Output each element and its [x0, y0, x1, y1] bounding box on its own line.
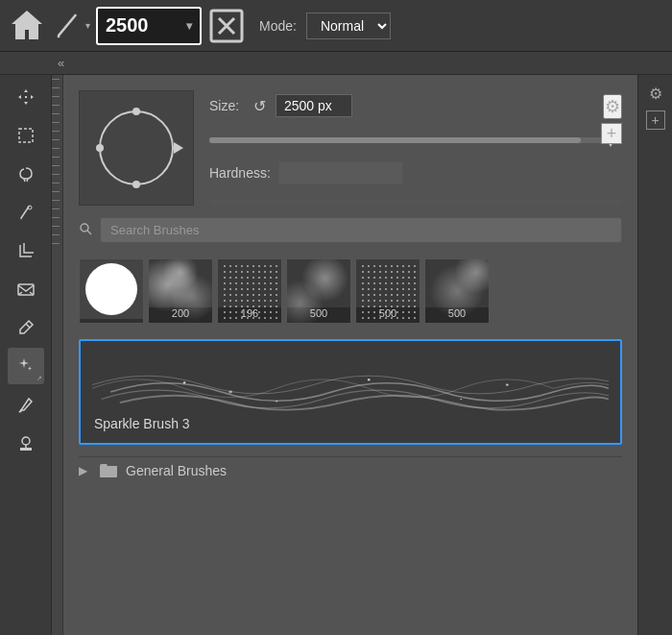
- hardness-input[interactable]: [278, 161, 403, 184]
- svg-point-14: [460, 399, 462, 400]
- dot-right-arrow: [174, 142, 183, 154]
- stamp-icon: [16, 433, 36, 452]
- home-button[interactable]: [8, 7, 46, 45]
- general-brushes-row[interactable]: ▶ General Brushes: [79, 456, 622, 484]
- brush-thumb-196[interactable]: 196: [217, 258, 282, 324]
- brush-thumb-500a[interactable]: 500: [286, 258, 351, 324]
- envelope-button[interactable]: [8, 271, 44, 307]
- rect-select-button[interactable]: [8, 117, 44, 154]
- size-slider-fill: [209, 137, 581, 143]
- stamp-button[interactable]: [8, 425, 44, 461]
- dots-preview-1: [218, 259, 281, 323]
- lasso-button[interactable]: [8, 156, 44, 192]
- eyedropper-button[interactable]: [8, 309, 44, 346]
- svg-point-9: [81, 224, 88, 232]
- main-layout: ↗: [0, 75, 672, 635]
- svg-rect-7: [20, 448, 32, 451]
- brush-thumb-500c[interactable]: 500: [424, 258, 490, 324]
- svg-point-11: [183, 381, 186, 383]
- dot-top: [132, 108, 140, 115]
- svg-point-13: [368, 379, 371, 380]
- brush-dropdown-arrow: ▾: [85, 20, 90, 31]
- crop-button[interactable]: [8, 232, 44, 269]
- mode-select[interactable]: Normal: [306, 12, 391, 39]
- magic-button[interactable]: ↗: [8, 348, 44, 384]
- folder-icon: [99, 463, 118, 478]
- sparkle-preview-3: [425, 259, 489, 323]
- pen-icon: [16, 395, 36, 414]
- collapse-icon[interactable]: «: [58, 56, 62, 70]
- svg-rect-1: [19, 129, 33, 142]
- brush-circle-preview: [99, 110, 174, 185]
- home-icon: [8, 7, 46, 45]
- crop-icon: [16, 241, 36, 260]
- eyedropper-icon: [16, 318, 36, 337]
- hardness-label: Hardness:: [209, 165, 271, 181]
- mode-label: Mode:: [259, 18, 297, 34]
- hardness-slider[interactable]: [209, 200, 622, 206]
- magic-icon: [16, 356, 36, 376]
- pen-button[interactable]: [8, 386, 44, 423]
- search-input[interactable]: [100, 217, 622, 243]
- reset-size-button[interactable]: ↺: [252, 95, 268, 117]
- lasso-icon: [16, 164, 36, 183]
- size-slider-track: [209, 137, 622, 143]
- side-ruler: [52, 75, 63, 635]
- brush-size-chevron: ▾: [186, 19, 192, 33]
- settings-gear-button[interactable]: ⚙: [603, 94, 622, 119]
- brush-settings-panel: Size: ↺ Hardness:: [209, 90, 622, 206]
- selected-brush-item[interactable]: Sparkle Brush 3: [79, 339, 622, 445]
- brush-icon: [52, 9, 85, 42]
- brush-size-value: 2500: [106, 14, 149, 37]
- size-row: Size: ↺: [209, 94, 622, 117]
- collapse-bar: «: [0, 52, 672, 75]
- search-icon: [79, 222, 92, 238]
- content-area: Size: ↺ Hardness:: [63, 75, 637, 635]
- dots-preview-2: [356, 259, 420, 323]
- move-icon: [16, 87, 36, 107]
- svg-point-15: [228, 391, 232, 394]
- selected-brush-name: Sparkle Brush 3: [94, 416, 190, 431]
- right-add-button[interactable]: +: [646, 110, 665, 130]
- size-label: Size:: [209, 98, 244, 113]
- size-slider[interactable]: [209, 133, 622, 148]
- svg-point-16: [506, 383, 509, 385]
- top-toolbar: ▾ 2500 ▾ Mode: Normal: [0, 0, 672, 52]
- rect-select-icon: [16, 126, 36, 145]
- brush-preview-section: Size: ↺ Hardness:: [79, 90, 622, 206]
- brush-button[interactable]: ▾: [52, 7, 90, 45]
- right-panel: ⚙ +: [637, 75, 672, 635]
- dot-left: [96, 144, 104, 152]
- mask-icon: [207, 7, 246, 45]
- svg-point-6: [22, 437, 30, 445]
- dot-bottom: [132, 181, 140, 188]
- circle-preview: [85, 263, 137, 315]
- svg-line-10: [87, 231, 91, 234]
- brush-size-selector[interactable]: 2500 ▾: [96, 7, 202, 45]
- add-button[interactable]: +: [601, 123, 622, 144]
- brush-thumb-label-0: [80, 319, 143, 323]
- sparkle-preview-1: [149, 259, 212, 323]
- size-input[interactable]: [276, 94, 352, 117]
- hardness-row: Hardness:: [209, 161, 622, 184]
- brush-canvas: [79, 90, 194, 206]
- brush-thumb-200[interactable]: 200: [148, 258, 213, 324]
- left-sidebar: ↗: [0, 75, 52, 635]
- brush-grid: 200 196 500 500 500: [79, 255, 622, 328]
- search-row: [79, 217, 622, 243]
- chevron-right-icon: ▶: [79, 464, 87, 477]
- right-gear-button[interactable]: ⚙: [649, 85, 662, 103]
- brush-thumb-500b[interactable]: 500: [355, 258, 420, 324]
- mask-button[interactable]: [207, 7, 246, 45]
- paint-icon: [16, 203, 36, 222]
- svg-point-12: [276, 401, 277, 402]
- paint-button[interactable]: [8, 194, 44, 231]
- move-tool-button[interactable]: [8, 79, 44, 115]
- general-brushes-label: General Brushes: [126, 463, 227, 478]
- sparkle-preview-2: [287, 259, 350, 323]
- brush-thumb-circle[interactable]: [79, 258, 144, 324]
- envelope-icon: [16, 280, 36, 299]
